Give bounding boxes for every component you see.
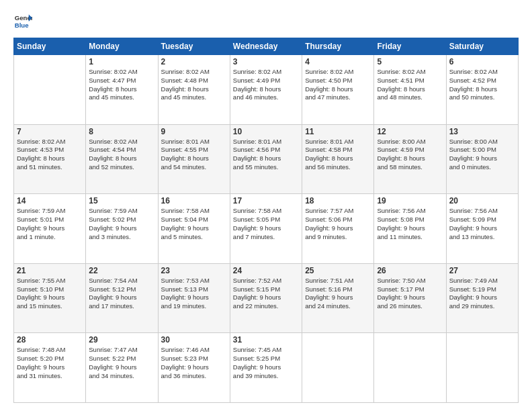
calendar-cell: 3Sunrise: 8:02 AMSunset: 4:49 PMDaylight… [230,55,302,125]
weekday-header: Thursday [302,38,374,55]
calendar-cell: 7Sunrise: 8:02 AMSunset: 4:53 PMDaylight… [14,124,86,194]
weekday-header: Saturday [446,38,518,55]
day-number: 31 [233,335,299,345]
day-info: Sunrise: 8:02 AMSunset: 4:51 PMDaylight:… [377,68,443,102]
day-info: Sunrise: 7:52 AMSunset: 5:15 PMDaylight:… [233,277,299,311]
weekday-header: Friday [374,38,446,55]
calendar-week-row: 7Sunrise: 8:02 AMSunset: 4:53 PMDaylight… [14,124,519,194]
day-number: 5 [377,57,443,66]
calendar-table: SundayMondayTuesdayWednesdayThursdayFrid… [13,38,519,403]
day-number: 21 [17,266,83,275]
calendar-cell [302,333,374,403]
day-info: Sunrise: 8:02 AMSunset: 4:52 PMDaylight:… [449,68,515,102]
day-info: Sunrise: 8:02 AMSunset: 4:47 PMDaylight:… [89,68,154,102]
calendar-cell: 25Sunrise: 7:51 AMSunset: 5:16 PMDayligh… [302,263,374,333]
day-number: 18 [305,196,371,205]
day-info: Sunrise: 8:02 AMSunset: 4:54 PMDaylight:… [89,138,154,172]
calendar-week-row: 28Sunrise: 7:48 AMSunset: 5:20 PMDayligh… [14,333,519,403]
calendar-page: General Blue SundayMondayTuesdayWednesda… [0,0,532,411]
day-info: Sunrise: 7:50 AMSunset: 5:17 PMDaylight:… [377,277,443,311]
day-info: Sunrise: 8:01 AMSunset: 4:58 PMDaylight:… [305,138,371,172]
day-number: 10 [233,127,299,136]
day-number: 26 [377,266,443,275]
day-number: 25 [305,266,371,275]
calendar-cell: 1Sunrise: 8:02 AMSunset: 4:47 PMDaylight… [86,55,158,125]
day-info: Sunrise: 8:00 AMSunset: 4:59 PMDaylight:… [377,138,443,172]
day-info: Sunrise: 8:02 AMSunset: 4:49 PMDaylight:… [233,68,299,102]
day-info: Sunrise: 7:47 AMSunset: 5:22 PMDaylight:… [89,346,154,380]
calendar-cell: 5Sunrise: 8:02 AMSunset: 4:51 PMDaylight… [374,55,446,125]
calendar-cell: 8Sunrise: 8:02 AMSunset: 4:54 PMDaylight… [86,124,158,194]
day-info: Sunrise: 7:51 AMSunset: 5:16 PMDaylight:… [305,277,371,311]
calendar-cell [446,333,518,403]
weekday-header: Wednesday [230,38,302,55]
weekday-header: Monday [86,38,158,55]
day-number: 7 [17,127,83,136]
calendar-cell: 18Sunrise: 7:57 AMSunset: 5:06 PMDayligh… [302,194,374,264]
day-info: Sunrise: 8:02 AMSunset: 4:50 PMDaylight:… [305,68,371,102]
day-info: Sunrise: 8:02 AMSunset: 4:53 PMDaylight:… [17,138,83,172]
day-number: 30 [161,335,227,345]
day-number: 14 [17,196,83,205]
calendar-cell: 28Sunrise: 7:48 AMSunset: 5:20 PMDayligh… [14,333,86,403]
calendar-cell: 15Sunrise: 7:59 AMSunset: 5:02 PMDayligh… [86,194,158,264]
calendar-cell: 9Sunrise: 8:01 AMSunset: 4:55 PMDaylight… [158,124,230,194]
day-info: Sunrise: 7:49 AMSunset: 5:19 PMDaylight:… [449,277,515,311]
day-number: 12 [377,127,443,136]
calendar-cell: 2Sunrise: 8:02 AMSunset: 4:48 PMDaylight… [158,55,230,125]
calendar-cell: 29Sunrise: 7:47 AMSunset: 5:22 PMDayligh… [86,333,158,403]
day-info: Sunrise: 7:56 AMSunset: 5:08 PMDaylight:… [377,207,443,241]
day-number: 24 [233,266,299,275]
day-number: 9 [161,127,227,136]
calendar-cell: 12Sunrise: 8:00 AMSunset: 4:59 PMDayligh… [374,124,446,194]
weekday-header: Sunday [14,38,86,55]
calendar-cell: 11Sunrise: 8:01 AMSunset: 4:58 PMDayligh… [302,124,374,194]
day-number: 8 [89,127,154,136]
day-number: 13 [449,127,515,136]
calendar-cell: 21Sunrise: 7:55 AMSunset: 5:10 PMDayligh… [14,263,86,333]
day-number: 22 [89,266,154,275]
day-number: 29 [89,335,154,345]
weekday-header: Tuesday [158,38,230,55]
day-info: Sunrise: 7:46 AMSunset: 5:23 PMDaylight:… [161,346,227,380]
day-number: 3 [233,57,299,66]
day-number: 27 [449,266,515,275]
day-info: Sunrise: 7:48 AMSunset: 5:20 PMDaylight:… [17,346,83,380]
calendar-cell: 14Sunrise: 7:59 AMSunset: 5:01 PMDayligh… [14,194,86,264]
day-number: 23 [161,266,227,275]
calendar-cell: 17Sunrise: 7:58 AMSunset: 5:05 PMDayligh… [230,194,302,264]
day-info: Sunrise: 7:53 AMSunset: 5:13 PMDaylight:… [161,277,227,311]
day-info: Sunrise: 7:45 AMSunset: 5:25 PMDaylight:… [233,346,299,380]
day-number: 11 [305,127,371,136]
calendar-cell: 20Sunrise: 7:56 AMSunset: 5:09 PMDayligh… [446,194,518,264]
calendar-cell [374,333,446,403]
calendar-cell: 27Sunrise: 7:49 AMSunset: 5:19 PMDayligh… [446,263,518,333]
day-number: 1 [89,57,154,66]
calendar-cell: 19Sunrise: 7:56 AMSunset: 5:08 PMDayligh… [374,194,446,264]
calendar-cell: 16Sunrise: 7:58 AMSunset: 5:04 PMDayligh… [158,194,230,264]
day-info: Sunrise: 7:58 AMSunset: 5:04 PMDaylight:… [161,207,227,241]
day-number: 2 [161,57,227,66]
calendar-week-row: 21Sunrise: 7:55 AMSunset: 5:10 PMDayligh… [14,263,519,333]
day-number: 16 [161,196,227,205]
day-info: Sunrise: 8:01 AMSunset: 4:56 PMDaylight:… [233,138,299,172]
day-number: 6 [449,57,515,66]
logo-icon: General Blue [13,12,32,31]
day-info: Sunrise: 7:56 AMSunset: 5:09 PMDaylight:… [449,207,515,241]
calendar-week-row: 1Sunrise: 8:02 AMSunset: 4:47 PMDaylight… [14,55,519,125]
day-number: 15 [89,196,154,205]
svg-text:Blue: Blue [15,21,29,29]
day-number: 17 [233,196,299,205]
header: General Blue [13,12,519,31]
calendar-cell [14,55,86,125]
calendar-header-row: SundayMondayTuesdayWednesdayThursdayFrid… [14,38,519,55]
day-number: 20 [449,196,515,205]
calendar-cell: 31Sunrise: 7:45 AMSunset: 5:25 PMDayligh… [230,333,302,403]
calendar-cell: 10Sunrise: 8:01 AMSunset: 4:56 PMDayligh… [230,124,302,194]
day-info: Sunrise: 7:59 AMSunset: 5:01 PMDaylight:… [17,207,83,241]
calendar-cell: 24Sunrise: 7:52 AMSunset: 5:15 PMDayligh… [230,263,302,333]
day-number: 19 [377,196,443,205]
day-info: Sunrise: 7:59 AMSunset: 5:02 PMDaylight:… [89,207,154,241]
calendar-cell: 22Sunrise: 7:54 AMSunset: 5:12 PMDayligh… [86,263,158,333]
calendar-cell: 30Sunrise: 7:46 AMSunset: 5:23 PMDayligh… [158,333,230,403]
